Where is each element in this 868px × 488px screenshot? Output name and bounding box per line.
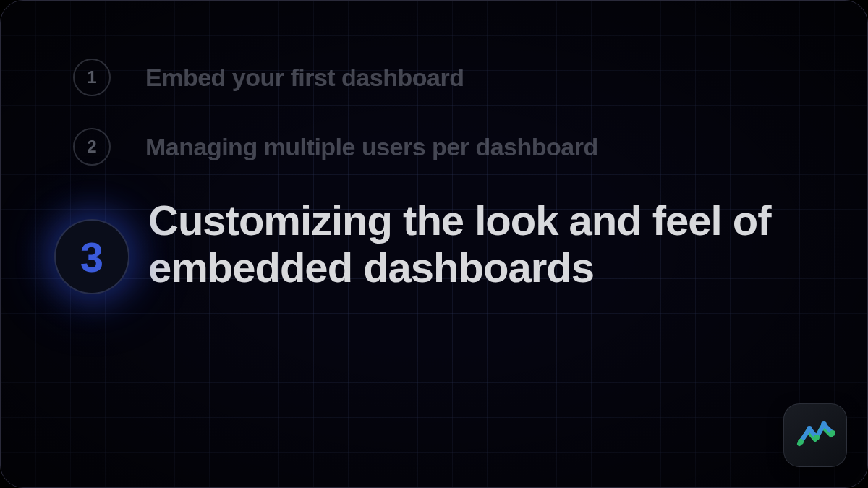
- step-badge-1: 1: [73, 59, 111, 96]
- step-row-2: 2 Managing multiple users per dashboard: [73, 128, 795, 166]
- step-number-2: 2: [87, 137, 96, 157]
- step-number-3: 3: [80, 233, 103, 281]
- step-row-1: 1 Embed your first dashboard: [73, 59, 795, 96]
- step-title-1: Embed your first dashboard: [145, 59, 464, 96]
- step-number-1: 1: [87, 67, 96, 87]
- step-badge-2: 2: [73, 128, 111, 166]
- step-title-3-active: Customizing the look and feel of embedde…: [148, 197, 795, 291]
- step-row-3-active: 3 Customizing the look and feel of embed…: [73, 197, 795, 294]
- step-title-2: Managing multiple users per dashboard: [145, 128, 598, 166]
- lesson-card: 1 Embed your first dashboard 2 Managing …: [0, 0, 868, 488]
- content-area: 1 Embed your first dashboard 2 Managing …: [1, 1, 867, 487]
- step-badge-3-active: 3: [54, 219, 129, 294]
